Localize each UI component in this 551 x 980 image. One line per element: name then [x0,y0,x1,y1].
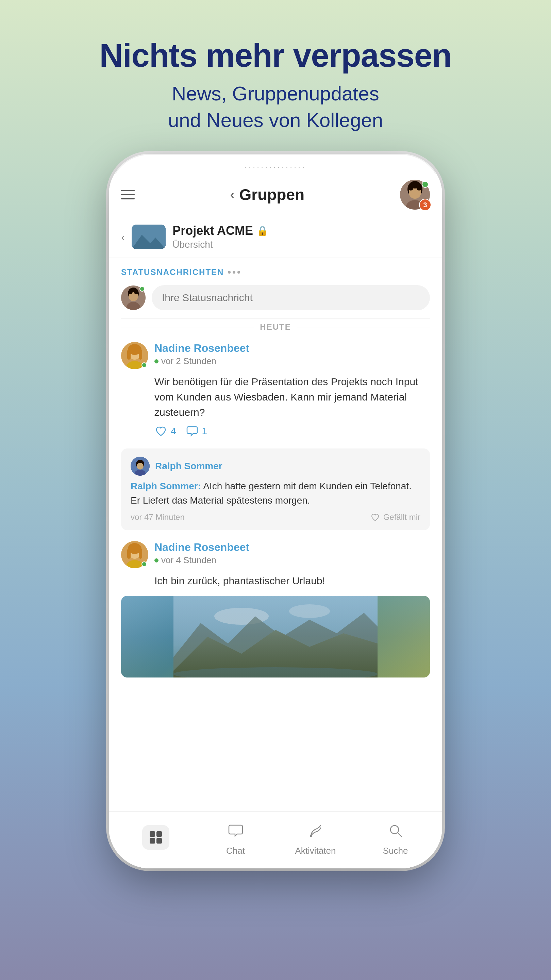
header-center: ‹ Gruppen [230,185,305,204]
comment-button[interactable]: 1 [186,425,208,438]
content-area: STATUSNACHRICHTEN [109,258,442,811]
bottom-nav: Chat Aktivitäten [109,811,442,869]
lock-icon: 🔒 [256,225,268,237]
status-input[interactable] [152,285,430,310]
nadine-avatar-2 [121,541,148,568]
post-1-actions[interactable]: 4 1 [154,425,430,438]
app-header: ‹ Gruppen [109,173,442,216]
dots-menu[interactable] [228,271,240,274]
status-input-row [109,282,442,318]
comment-count: 1 [202,426,208,437]
svg-rect-20 [139,350,142,360]
user-online-dot [140,286,145,292]
svg-point-14 [134,289,138,294]
reply-text: Ralph Sommer: AIch hatte gestern mit dem… [130,479,421,508]
svg-point-33 [214,608,269,625]
headline-section: Nichts mehr verpassen News, Gruppenupdat… [99,0,451,154]
svg-line-44 [398,833,402,837]
search-icon [388,823,403,838]
nav-activities-label: Aktivitäten [295,846,336,856]
grid-icon [148,830,163,845]
hamburger-icon[interactable] [121,190,135,199]
svg-marker-35 [173,613,378,678]
reply-author[interactable]: Ralph Sommer [155,461,222,472]
nadine2-info: Nadine Rosenbeet vor 4 Stunden [154,541,249,566]
date-divider: HEUTE [109,319,442,337]
main-subtitle: News, Gruppenupdates und Neues von Kolle… [99,80,451,134]
nadine-name[interactable]: Nadine Rosenbeet [154,342,249,355]
nadine-time: vor 2 Stunden [161,356,216,366]
nadine2-online-dot [141,562,147,567]
nav-item-chat[interactable]: Chat [195,818,275,856]
reply-like-label: Gefällt mir [383,512,421,522]
reply-time: vor 47 Minuten [130,512,185,522]
user-avatar-wrap[interactable]: 3 [400,180,430,210]
project-subtitle: Übersicht [172,239,430,250]
post-1-text: Wir benötigen für die Präsentation des P… [154,374,430,420]
like-button[interactable]: 4 [154,425,176,438]
nadine2-name[interactable]: Nadine Rosenbeet [154,541,249,554]
svg-rect-39 [156,831,162,837]
main-headline: Nichts mehr verpassen [99,37,451,73]
page-title: Gruppen [239,185,305,204]
post-2-text: Ich bin zurück, phantastischer Urlaub! [154,573,430,588]
phone-wrapper: ............... ‹ Gruppen [109,154,442,869]
like-count: 4 [171,426,176,437]
user-small-avatar [121,285,146,310]
nadine-online-dot [141,363,147,368]
phone-frame: ............... ‹ Gruppen [109,154,442,869]
svg-point-37 [173,667,378,678]
nav-item-home[interactable] [116,825,195,850]
reply-like-btn[interactable]: Gefällt mir [370,512,421,522]
notification-badge: 3 [419,199,431,211]
reply-footer: vor 47 Minuten Gefällt mir [130,512,421,522]
reply-card: Ralph Sommer Ralph Sommer: AIch hatte ge… [121,449,430,530]
nadine-info: Nadine Rosenbeet vor 2 Stunden [154,342,249,366]
project-thumbnail [132,224,166,249]
date-divider-text: HEUTE [254,322,296,332]
svg-point-5 [416,184,422,191]
chat-icon [228,823,243,838]
status-bar: ............... [109,154,442,173]
nav-item-activities[interactable]: Aktivitäten [275,818,356,856]
nav-item-search[interactable]: Suche [356,818,435,856]
feed-icon [308,823,323,838]
svg-rect-40 [150,838,155,843]
svg-rect-29 [127,549,130,559]
nav-chat-label: Chat [226,846,245,856]
sub-header: ‹ Projekt ACME 🔒 Übersicht [109,216,442,258]
sub-back-button[interactable]: ‹ [121,231,125,243]
svg-point-42 [310,835,312,837]
svg-point-24 [137,463,143,469]
status-section-label: STATUSNACHRICHTEN [109,258,442,282]
post-item-1: Nadine Rosenbeet vor 2 Stunden Wir benöt… [109,337,442,449]
nav-search-label: Suche [383,846,408,856]
nadine-avatar [121,342,148,369]
project-name: Projekt ACME 🔒 [172,224,430,238]
post-item-2: Nadine Rosenbeet vor 4 Stunden Ich bin z… [109,536,442,596]
svg-rect-19 [127,350,130,360]
ralph-avatar [130,457,150,476]
svg-marker-36 [173,630,378,678]
svg-rect-41 [156,838,162,843]
svg-rect-30 [139,549,142,559]
svg-point-34 [289,605,330,618]
svg-rect-32 [173,596,378,678]
post-image [121,596,430,678]
nadine2-time: vor 4 Stunden [161,555,216,566]
svg-rect-38 [150,831,155,837]
project-info: Projekt ACME 🔒 Übersicht [172,224,430,250]
back-button[interactable]: ‹ [230,188,235,202]
